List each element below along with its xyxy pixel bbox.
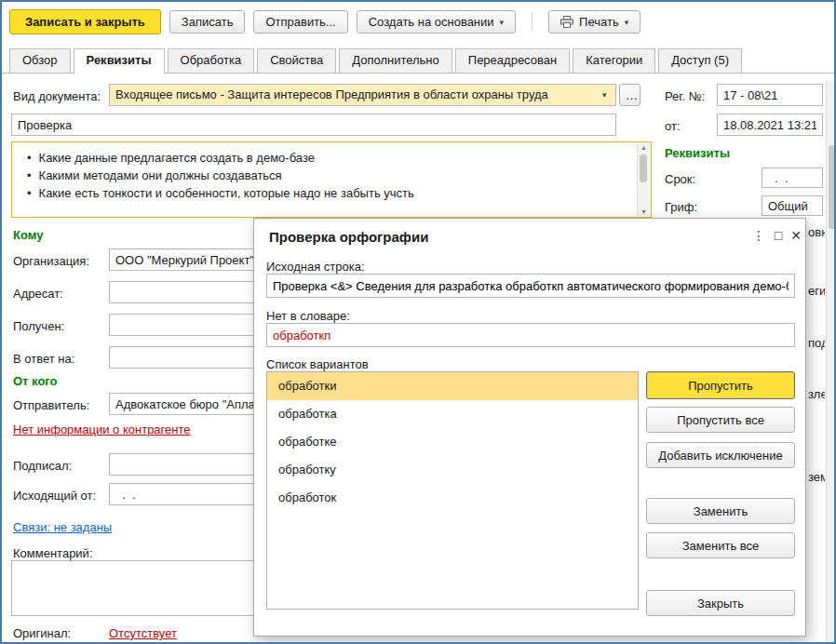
bullet-icon: • [27, 168, 32, 182]
doc-type-value: Входящее письмо - Защита интересов Предп… [115, 87, 548, 101]
save-and-close-button[interactable]: Записать и закрыть [9, 9, 161, 34]
date-label: от: [665, 119, 681, 133]
scroll-up-icon[interactable]: ▲ [638, 144, 650, 151]
scroll-down-icon[interactable]: ▼ [638, 208, 650, 215]
app-window: Записать и закрыть Записать Отправить...… [0, 0, 836, 644]
content-line: •Какие данные предлагается создать в дем… [20, 149, 630, 167]
content-scroll-thumb[interactable] [640, 154, 647, 182]
content-line: •Какие есть тонкости и особенности, кото… [20, 184, 630, 202]
list-item[interactable]: обработка [267, 400, 638, 428]
bullet-icon: • [27, 151, 32, 165]
list-item[interactable]: обработку [267, 456, 638, 484]
doc-type-more-button[interactable]: … [619, 84, 640, 106]
tab-dopolnitelno[interactable]: Дополнительно [339, 48, 452, 73]
dialog-title: Проверка орфографии [269, 229, 428, 245]
variants-label: Список вариантов [266, 357, 369, 371]
content-line: •Какими методами они должны создаваться [20, 167, 630, 184]
not-in-dictionary-label: Нет в словаре: [266, 309, 350, 323]
term-field[interactable] [762, 168, 823, 188]
chevron-down-icon: ▾ [625, 18, 629, 27]
right-edge-fragment: злев [808, 387, 825, 401]
skip-button[interactable]: Пропустить [646, 371, 795, 399]
right-edge-fragment: под [808, 336, 825, 350]
subject-field[interactable] [11, 114, 616, 136]
source-string-field[interactable] [266, 274, 795, 298]
date-field[interactable] [717, 114, 823, 136]
chevron-down-icon[interactable]: ▾ [602, 90, 607, 100]
content-text-area[interactable]: •Какие данные предлагается создать в дем… [11, 141, 652, 218]
toolbar: Записать и закрыть Записать Отправить...… [9, 9, 640, 34]
right-edge-fragment: зем [808, 470, 825, 484]
print-icon [560, 16, 573, 28]
details-header: Реквизиты [665, 146, 730, 160]
tab-kategorii[interactable]: Категории [573, 48, 655, 73]
create-based-on-button[interactable]: Создать на основании ▾ [357, 10, 516, 34]
original-label: Оригинал: [13, 626, 71, 640]
tab-svoystva[interactable]: Свойства [257, 48, 336, 73]
to-section-header: Кому [13, 228, 43, 242]
toolbar-separator [532, 12, 533, 31]
list-item[interactable]: обработки [267, 372, 638, 400]
no-counterparty-link[interactable]: Нет информации о контрагенте [13, 423, 191, 436]
reg-number-label: Рег. №: [665, 89, 705, 103]
close-button[interactable]: Закрыть [646, 590, 795, 616]
chevron-down-icon: ▾ [500, 18, 505, 27]
content-scrollbar[interactable]: ▲ ▼ [637, 143, 650, 216]
right-edge-fragment: овны [808, 225, 825, 239]
doc-type-label: Вид документа: [13, 89, 101, 103]
tab-obzor[interactable]: Обзор [9, 48, 71, 73]
right-edge-fragment: егис [808, 284, 825, 298]
print-button[interactable]: Печать ▾ [548, 10, 640, 34]
spellcheck-dialog: Проверка орфографии ⋮ □ ✕ Исходная строк… [253, 218, 806, 637]
from-section-header: От кого [13, 374, 58, 388]
tab-bar: Обзор Реквизиты Обработка Свойства Допол… [9, 48, 742, 74]
signed-label: Подписал: [13, 459, 72, 473]
bullet-icon: • [27, 186, 32, 200]
print-label: Печать [579, 15, 619, 29]
tab-pereadresovan[interactable]: Переадресован [455, 48, 570, 73]
more-menu-icon[interactable]: ⋮ [749, 226, 768, 245]
list-item[interactable]: обработке [267, 428, 638, 456]
replace-all-button[interactable]: Заменить все [646, 532, 795, 558]
original-link[interactable]: Отсутствует [109, 626, 177, 640]
variants-list: обработки обработка обработке обработку … [266, 371, 639, 610]
grif-field[interactable] [762, 195, 823, 216]
maximize-icon[interactable]: □ [769, 226, 788, 245]
save-button[interactable]: Записать [169, 10, 246, 34]
source-string-label: Исходная строка: [266, 260, 365, 274]
term-label: Срок: [665, 172, 695, 186]
tab-dostup[interactable]: Доступ (5) [658, 48, 742, 73]
doc-type-field[interactable]: Входящее письмо - Защита интересов Предп… [109, 84, 616, 106]
sender-label: Отправитель: [13, 398, 89, 412]
window-scrollbar[interactable] [826, 80, 836, 642]
send-button[interactable]: Отправить... [253, 10, 347, 34]
comment-label: Комментарий: [13, 546, 93, 560]
received-label: Получен: [13, 319, 64, 333]
list-item[interactable]: обработок [267, 484, 638, 512]
tab-rekvizity[interactable]: Реквизиты [74, 48, 165, 74]
not-in-dictionary-field[interactable] [266, 323, 795, 347]
skip-all-button[interactable]: Пропустить все [646, 407, 795, 433]
grif-label: Гриф: [665, 200, 697, 214]
window-scroll-thumb[interactable] [829, 145, 835, 229]
create-based-on-label: Создать на основании [369, 15, 494, 29]
outgoing-label: Исходящий от: [13, 489, 96, 503]
links-link[interactable]: Связи: не заданы [13, 520, 112, 534]
organization-label: Организация: [13, 254, 89, 268]
in-reply-label: В ответ на: [13, 352, 74, 366]
add-exception-button[interactable]: Добавить исключение [646, 442, 795, 468]
reg-number-field[interactable] [717, 84, 823, 106]
replace-button[interactable]: Заменить [646, 498, 795, 524]
tab-obrabotka[interactable]: Обработка [168, 48, 255, 73]
addressee-label: Адресат: [13, 287, 63, 301]
close-icon[interactable]: ✕ [787, 226, 805, 245]
